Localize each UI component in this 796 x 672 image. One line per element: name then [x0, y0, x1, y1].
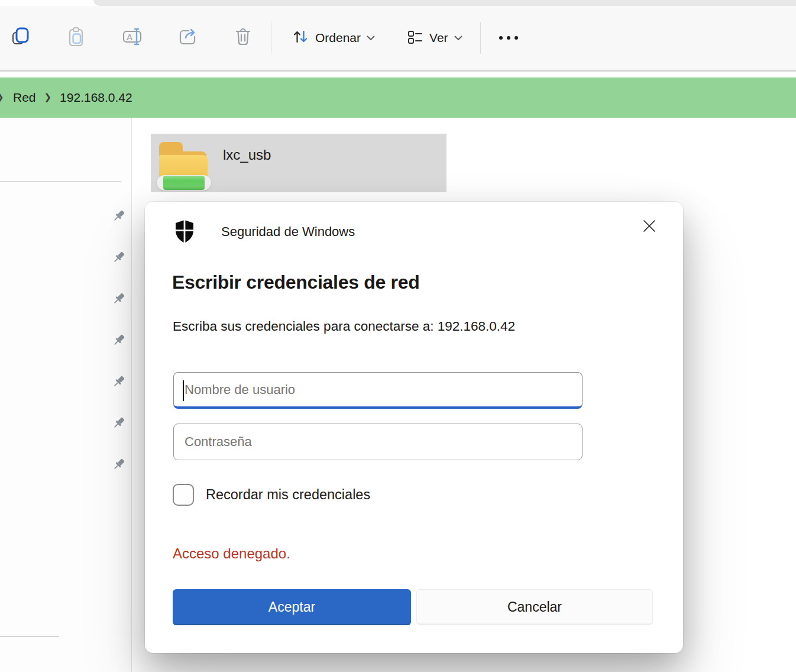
pin-icon — [111, 457, 127, 472]
sort-dropdown[interactable]: Ordenar — [283, 21, 383, 54]
sort-label: Ordenar — [315, 31, 361, 45]
pinned-item[interactable] — [111, 291, 127, 309]
text-caret — [183, 380, 184, 401]
chevron-down-icon — [454, 33, 462, 43]
pinned-item[interactable] — [111, 374, 127, 392]
more-icon — [499, 36, 518, 40]
file-item-lxc-usb[interactable]: lxc_usb — [151, 134, 446, 192]
access-denied-error: Acceso denegado. — [173, 545, 290, 562]
delete-button[interactable] — [224, 18, 263, 57]
pinned-item[interactable] — [111, 457, 127, 474]
paste-icon — [66, 26, 87, 50]
pinned-item[interactable] — [111, 332, 127, 350]
windows-security-shield-icon — [174, 219, 195, 245]
chevron-right-icon: ❯ — [0, 92, 4, 102]
password-input[interactable] — [173, 424, 583, 460]
tab-strip-remainder — [93, 0, 796, 6]
view-dropdown[interactable]: Ver — [399, 21, 471, 54]
toolbar-divider — [0, 70, 796, 72]
remember-credentials-checkbox[interactable] — [173, 484, 194, 506]
share-icon — [177, 26, 198, 50]
breadcrumb-host[interactable]: 192.168.0.42 — [60, 91, 132, 105]
dialog-title: Escribir credenciales de red — [172, 272, 420, 293]
pinned-item[interactable] — [111, 208, 127, 226]
close-button[interactable] — [632, 210, 666, 244]
remember-credentials-label: Recordar mis credenciales — [206, 487, 370, 503]
pin-icon — [111, 250, 127, 265]
dialog-subtitle: Escriba sus credenciales para conectarse… — [173, 319, 515, 334]
cancel-button[interactable]: Cancelar — [416, 589, 653, 625]
pinned-item[interactable] — [111, 415, 127, 433]
paste-button[interactable] — [57, 18, 96, 57]
pin-icon — [111, 291, 127, 306]
close-icon — [642, 219, 656, 235]
tab-strip — [0, 0, 796, 6]
sort-icon — [292, 28, 309, 48]
more-options-button[interactable] — [489, 18, 528, 57]
sidebar-divider — [0, 636, 59, 637]
share-button[interactable] — [168, 18, 207, 57]
chevron-down-icon — [367, 33, 375, 43]
username-input[interactable] — [173, 372, 583, 409]
delete-icon — [232, 26, 254, 50]
chevron-right-icon: ❯ — [44, 92, 52, 102]
address-bar[interactable]: ❯ Red ❯ 192.168.0.42 — [0, 77, 796, 118]
command-toolbar: A — [0, 6, 796, 70]
pinned-items-column — [111, 208, 127, 474]
pin-icon — [111, 332, 127, 348]
pinned-item[interactable] — [111, 250, 127, 267]
toolbar-separator — [480, 22, 481, 54]
windows-security-dialog: Seguridad de Windows Escribir credencial… — [145, 202, 683, 653]
view-label: Ver — [429, 31, 448, 45]
accept-button[interactable]: Aceptar — [173, 589, 411, 625]
file-item-label: lxc_usb — [223, 147, 271, 163]
copy-icon — [10, 26, 31, 50]
rename-button[interactable]: A — [112, 18, 151, 57]
pin-icon — [111, 208, 127, 224]
dialog-app-title: Seguridad de Windows — [221, 224, 355, 240]
sidebar-divider — [0, 181, 121, 182]
copy-button[interactable] — [1, 18, 40, 57]
usb-folder-icon — [158, 140, 210, 189]
svg-text:A: A — [127, 32, 132, 42]
toolbar-separator — [271, 22, 271, 54]
pin-icon — [111, 415, 127, 431]
pin-icon — [111, 374, 127, 389]
rename-icon: A — [121, 26, 143, 50]
view-icon — [407, 28, 423, 47]
breadcrumb-network[interactable]: Red — [13, 91, 36, 105]
